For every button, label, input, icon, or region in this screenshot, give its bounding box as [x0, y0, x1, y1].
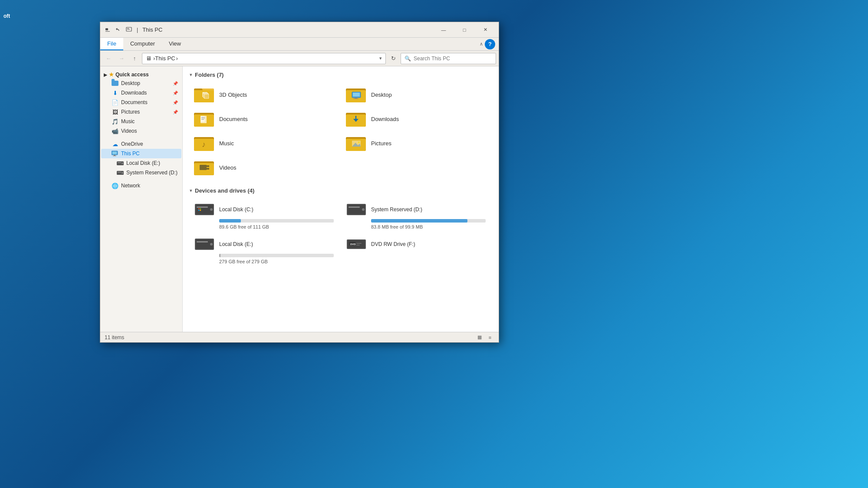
- sidebar-item-desktop[interactable]: Desktop 📌: [101, 79, 181, 88]
- content-area: ▾ Folders (7): [183, 66, 499, 332]
- device-item-localc[interactable]: Local Disk (C:) 89.6 GB free of 111 GB: [190, 199, 340, 232]
- devices-grid: Local Disk (C:) 89.6 GB free of 111 GB: [190, 199, 492, 267]
- minimize-button[interactable]: —: [434, 23, 454, 36]
- folders-section-header[interactable]: ▾ Folders (7): [190, 72, 492, 78]
- quick-access-title: Quick access: [115, 72, 149, 78]
- device-e-top: Local Disk (E:): [194, 236, 335, 252]
- list-view-button[interactable]: ≡: [486, 333, 494, 342]
- close-button[interactable]: ✕: [475, 23, 495, 36]
- devices-chevron-icon: ▾: [190, 188, 192, 193]
- music-folder-label: Music: [219, 140, 234, 147]
- svg-rect-74: [356, 243, 362, 244]
- sidebar-pictures-label: Pictures: [121, 109, 140, 115]
- help-button[interactable]: ?: [485, 39, 495, 49]
- music-folder-icon-large: ♪: [194, 134, 215, 152]
- sidebar-desktop-label: Desktop: [121, 80, 140, 86]
- folder-item-downloads[interactable]: Downloads: [342, 108, 492, 130]
- tab-view[interactable]: View: [162, 38, 188, 50]
- folder-item-music[interactable]: ♪ Music: [190, 132, 340, 154]
- devices-section-header[interactable]: ▾ Devices and drives (4): [190, 187, 492, 194]
- desktop-folder-icon: [112, 80, 118, 87]
- sidebar-music-label: Music: [121, 118, 135, 124]
- qat-undo-icon[interactable]: [114, 26, 123, 34]
- sidebar-item-music[interactable]: 🎵 Music: [101, 117, 181, 126]
- sidebar: ▶ ★ Quick access Desktop 📌 ⬇ Downloads 📌: [100, 66, 183, 332]
- svg-rect-24: [353, 93, 360, 97]
- sidebar-item-locale[interactable]: Local Disk (E:): [101, 158, 181, 168]
- music-icon: 🎵: [112, 118, 118, 125]
- sidebar-item-downloads[interactable]: ⬇ Downloads 📌: [101, 88, 181, 98]
- up-button[interactable]: ↑: [129, 53, 140, 64]
- back-button[interactable]: ←: [103, 53, 114, 64]
- refresh-button[interactable]: ↻: [388, 53, 399, 64]
- device-e-info: 279 GB free of 279 GB: [219, 259, 335, 264]
- device-c-icon: [194, 202, 215, 217]
- address-bar: ← → ↑ 🖥 › This PC › ▾ ↻ 🔍: [100, 51, 499, 66]
- svg-rect-49: [207, 165, 208, 167]
- folders-section-title: Folders (7): [195, 72, 224, 78]
- main-content: ▶ ★ Quick access Desktop 📌 ⬇ Downloads 📌: [100, 66, 499, 332]
- svg-rect-69: [197, 241, 208, 242]
- sidebar-item-videos[interactable]: 📹 Videos: [101, 126, 181, 136]
- device-c-label: Local Disk (C:): [219, 206, 253, 213]
- folder-item-desktop[interactable]: Desktop: [342, 83, 492, 106]
- downloads-pin-icon: 📌: [173, 91, 178, 95]
- search-box[interactable]: 🔍: [401, 53, 496, 64]
- search-input[interactable]: [414, 56, 492, 62]
- svg-rect-8: [113, 156, 116, 156]
- address-dropdown-chevron[interactable]: ▾: [379, 56, 382, 61]
- sidebar-sysd-label: System Reserved (D:): [126, 170, 178, 176]
- grid-view-button[interactable]: ▦: [475, 333, 484, 342]
- sidebar-item-pictures[interactable]: 🖼 Pictures 📌: [101, 107, 181, 117]
- device-item-locale[interactable]: Local Disk (E:) 279 GB free of 279 GB: [190, 234, 340, 267]
- sidebar-item-sysd[interactable]: System Reserved (D:): [101, 168, 181, 177]
- device-d-top: System Reserved (D:): [346, 202, 487, 217]
- svg-rect-11: [118, 162, 121, 163]
- tab-computer[interactable]: Computer: [123, 38, 162, 50]
- maximize-button[interactable]: □: [454, 23, 474, 36]
- title-bar: | This PC — □ ✕: [100, 22, 499, 38]
- svg-rect-1: [105, 31, 110, 32]
- device-d-icon: [346, 202, 367, 217]
- forward-button[interactable]: →: [116, 53, 127, 64]
- locale-icon: [117, 160, 124, 167]
- address-path[interactable]: 🖥 › This PC › ▾: [142, 53, 386, 64]
- item-count: 11 items: [105, 334, 124, 341]
- sidebar-item-onedrive[interactable]: ☁ OneDrive: [101, 139, 181, 149]
- tab-file[interactable]: File: [100, 38, 123, 50]
- documents-folder-icon-large: [194, 110, 215, 128]
- svg-rect-33: [201, 119, 204, 120]
- svg-text:DVD: DVD: [350, 243, 356, 246]
- sidebar-downloads-label: Downloads: [121, 90, 147, 96]
- title-bar-title: This PC: [142, 26, 162, 33]
- sidebar-item-network[interactable]: 🌐 Network: [101, 181, 181, 190]
- ribbon-expand-chevron[interactable]: ∧: [480, 41, 483, 47]
- folder-item-3dobjects[interactable]: 3D Objects: [190, 83, 340, 106]
- quick-access-header[interactable]: ▶ ★ Quick access: [100, 70, 182, 79]
- devices-section-title: Devices and drives (4): [195, 187, 254, 194]
- sidebar-item-thispc[interactable]: This PC: [101, 149, 181, 158]
- downloads-folder-icon-large: [346, 110, 367, 128]
- folder-item-videos[interactable]: Videos: [190, 156, 340, 179]
- sidebar-item-documents[interactable]: 📄 Documents 📌: [101, 98, 181, 107]
- svg-rect-50: [207, 168, 208, 170]
- folder-item-pictures[interactable]: Pictures: [342, 132, 492, 154]
- device-f-icon: DVD: [346, 236, 367, 252]
- desktop-watermark: oft: [3, 13, 10, 19]
- quick-access-chevron: ▶: [104, 72, 107, 77]
- folders-chevron-icon: ▾: [190, 72, 192, 78]
- device-c-progress-fill: [219, 219, 241, 223]
- svg-rect-25: [355, 98, 357, 98]
- address-gt: ›: [176, 55, 178, 62]
- device-f-label: DVD RW Drive (F:): [371, 241, 415, 247]
- device-item-dvdf[interactable]: DVD DVD RW Drive (F:): [342, 234, 492, 267]
- pictures-icon: 🖼: [112, 108, 118, 115]
- svg-rect-65: [349, 206, 360, 208]
- folder-item-documents[interactable]: Documents: [190, 108, 340, 130]
- view-controls: ▦ ≡: [475, 333, 494, 342]
- device-c-top: Local Disk (C:): [194, 202, 335, 217]
- ribbon: File Computer View ∧ ?: [100, 38, 499, 51]
- qat-menu-icon[interactable]: [104, 26, 112, 34]
- device-item-sysd[interactable]: System Reserved (D:) 83.8 MB free of 99.…: [342, 199, 492, 232]
- qat-properties-icon[interactable]: [125, 26, 133, 34]
